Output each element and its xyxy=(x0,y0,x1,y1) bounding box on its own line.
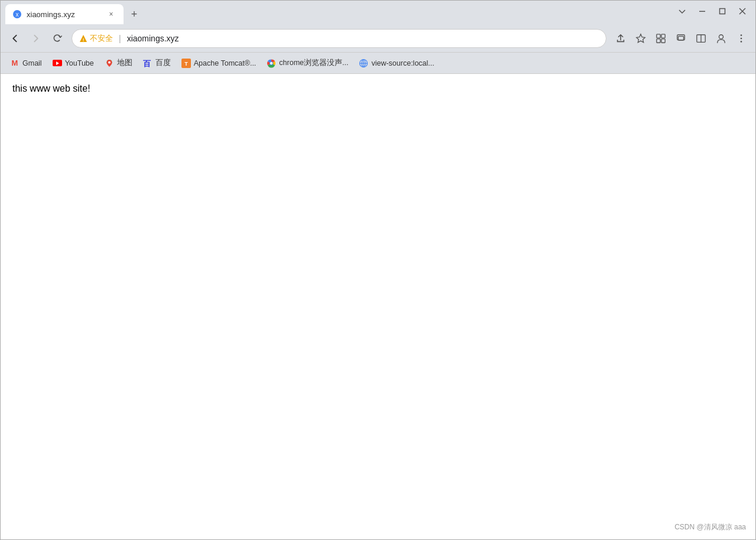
svg-rect-14 xyxy=(679,36,684,40)
security-indicator: ! 不安全 xyxy=(79,33,113,44)
bookmark-youtube-label: YouTube xyxy=(65,59,94,67)
bookmarks-bar: M Gmail YouTube 地图 百 xyxy=(1,53,755,74)
active-tab[interactable]: x xiaomings.xyz × xyxy=(5,4,124,24)
titlebar: x xiaomings.xyz × + xyxy=(1,1,755,24)
security-label: 不安全 xyxy=(90,33,113,44)
tab-bar: x xiaomings.xyz × + xyxy=(5,4,669,24)
browser-window: x xiaomings.xyz × + xyxy=(0,0,756,540)
tab-title: xiaomings.xyz xyxy=(27,10,101,19)
navbar-actions xyxy=(611,29,751,48)
svg-point-17 xyxy=(719,34,723,38)
bookmark-chrome-label: chrome浏览器没声... xyxy=(279,58,348,68)
svg-text:x: x xyxy=(16,11,19,18)
tab-favicon: x xyxy=(12,9,22,19)
svg-rect-12 xyxy=(661,38,665,42)
url-text: xiaomings.xyz xyxy=(127,34,599,43)
svg-rect-9 xyxy=(657,34,660,37)
bookmark-star-button[interactable] xyxy=(631,29,650,48)
svg-point-28 xyxy=(270,62,272,64)
maximize-button[interactable] xyxy=(714,3,731,20)
bookmark-youtube[interactable]: YouTube xyxy=(48,57,99,70)
bookmark-viewsource[interactable]: view-source:local... xyxy=(354,56,439,70)
navbar: ! 不安全 | xiaomings.xyz xyxy=(1,24,755,53)
svg-point-19 xyxy=(741,37,742,39)
baidu-icon: 百 xyxy=(143,59,153,68)
share-button[interactable] xyxy=(611,29,630,48)
forward-button[interactable] xyxy=(27,29,46,48)
bookmark-baidu[interactable]: 百 百度 xyxy=(138,56,176,70)
svg-text:T: T xyxy=(184,61,188,67)
svg-rect-2 xyxy=(699,11,705,12)
svg-marker-8 xyxy=(637,34,645,42)
minimize-button[interactable] xyxy=(694,3,710,20)
split-screen-button[interactable] xyxy=(692,29,710,48)
svg-text:!: ! xyxy=(83,37,85,43)
tomcat-icon: T xyxy=(181,59,191,68)
bookmark-gmail[interactable]: M Gmail xyxy=(5,56,47,70)
chrome-icon xyxy=(267,59,276,68)
reload-button[interactable] xyxy=(48,29,67,48)
menu-button[interactable] xyxy=(732,29,751,48)
svg-point-18 xyxy=(741,34,742,36)
bookmark-gmail-label: Gmail xyxy=(22,59,42,67)
svg-rect-11 xyxy=(657,38,660,42)
svg-text:百: 百 xyxy=(143,59,151,68)
address-bar[interactable]: ! 不安全 | xiaomings.xyz xyxy=(72,29,606,48)
svg-point-20 xyxy=(741,41,742,43)
close-button[interactable] xyxy=(734,3,751,20)
tab-search-button[interactable] xyxy=(674,3,690,20)
security-separator: | xyxy=(119,34,121,43)
tab-close-button[interactable]: × xyxy=(106,9,116,20)
bookmark-chrome[interactable]: chrome浏览器没声... xyxy=(262,56,353,70)
svg-rect-10 xyxy=(661,34,665,37)
page-main-text: this www web site! xyxy=(12,83,744,94)
maps-icon xyxy=(105,59,114,68)
window-controls xyxy=(669,3,751,20)
watermark: CSDN @清风微凉 aaa xyxy=(674,522,746,532)
bookmark-baidu-label: 百度 xyxy=(155,58,171,68)
bookmark-maps-label: 地图 xyxy=(117,58,132,68)
globe-icon xyxy=(359,59,368,68)
new-tab-button[interactable]: + xyxy=(126,6,142,22)
bookmark-tomcat-label: Apache Tomcat®... xyxy=(194,59,257,67)
page-content: this www web site! CSDN @清风微凉 aaa xyxy=(1,74,755,539)
back-button[interactable] xyxy=(5,29,24,48)
bookmark-maps[interactable]: 地图 xyxy=(100,56,137,70)
gmail-icon: M xyxy=(10,59,20,68)
svg-rect-3 xyxy=(720,9,725,14)
extensions-button[interactable] xyxy=(651,29,670,48)
bookmark-tomcat[interactable]: T Apache Tomcat®... xyxy=(177,56,261,70)
tab-manager-button[interactable] xyxy=(671,29,690,48)
profile-button[interactable] xyxy=(712,29,731,48)
bookmark-viewsource-label: view-source:local... xyxy=(371,59,434,67)
svg-point-22 xyxy=(108,61,111,63)
youtube-icon xyxy=(53,60,62,66)
